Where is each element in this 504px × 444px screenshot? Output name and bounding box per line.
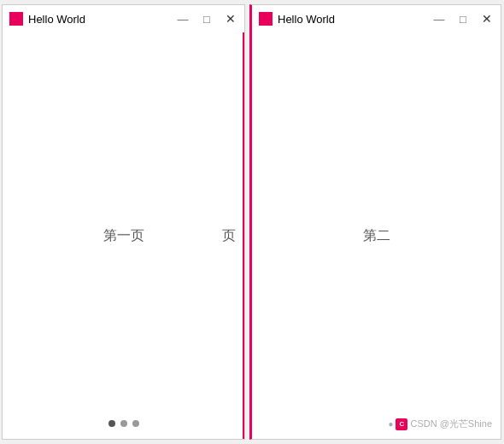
left-minimize-button[interactable]: — [176,13,190,26]
right-minimize-button[interactable]: — [432,13,446,26]
watermark-text: CSDN @光芒Shine [410,418,492,430]
left-window-controls: — □ ✕ [176,12,237,26]
page-divider [243,32,244,439]
dot-indicator: ● [388,419,393,429]
left-page-text: 第一页 [103,227,144,245]
right-maximize-button[interactable]: □ [456,13,470,26]
right-app-icon [259,12,273,26]
left-window: Hello World — □ ✕ 第一页 页 [2,4,245,440]
left-maximize-button[interactable]: □ [200,13,214,26]
right-window: Hello World — □ ✕ 第二 ● C CSDN @光芒Shine [249,4,501,440]
right-close-button[interactable]: ✕ [480,12,494,26]
left-title-bar: Hello World — □ ✕ [3,5,244,32]
right-window-controls: — □ ✕ [432,12,494,26]
dot-1[interactable] [108,420,115,427]
left-app-icon [9,12,23,26]
left-partial-right-text: 页 [222,227,236,245]
left-window-content: 第一页 页 [3,32,244,439]
dot-2[interactable] [120,420,127,427]
watermark: ● C CSDN @光芒Shine [388,418,492,430]
right-title-bar: Hello World — □ ✕ [252,5,501,32]
right-page-text: 第二 [363,227,390,245]
left-window-title: Hello World [28,13,176,26]
right-window-title: Hello World [278,13,432,26]
left-dots-container [108,420,139,427]
dot-3[interactable] [132,420,139,427]
csdn-icon: C [396,418,407,430]
right-window-content: 第二 ● C CSDN @光芒Shine [252,32,501,439]
left-close-button[interactable]: ✕ [224,12,237,26]
